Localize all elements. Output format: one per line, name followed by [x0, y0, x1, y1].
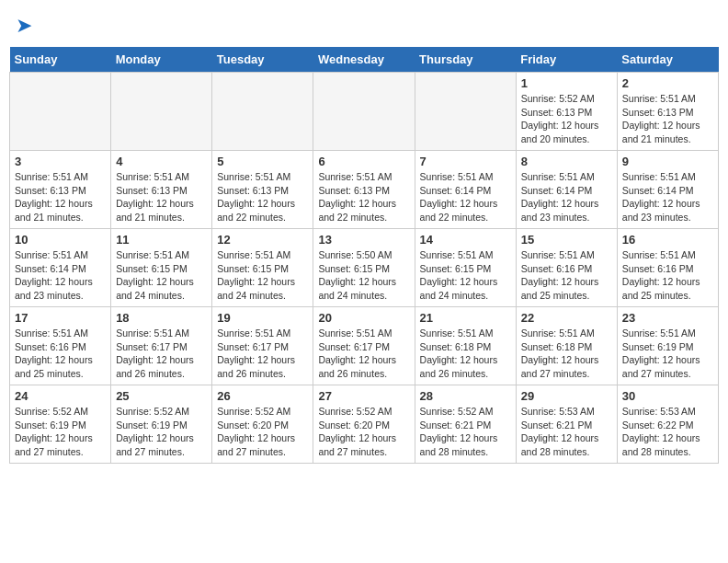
cell-info: Sunrise: 5:51 AM Sunset: 6:13 PM Dayligh…	[15, 170, 106, 224]
calendar-cell: 21Sunrise: 5:51 AM Sunset: 6:18 PM Dayli…	[415, 307, 516, 385]
cell-info: Sunrise: 5:53 AM Sunset: 6:21 PM Dayligh…	[521, 405, 612, 459]
calendar-cell: 9Sunrise: 5:51 AM Sunset: 6:14 PM Daylig…	[617, 151, 718, 229]
calendar-cell: 15Sunrise: 5:51 AM Sunset: 6:16 PM Dayli…	[516, 229, 617, 307]
cell-info: Sunrise: 5:51 AM Sunset: 6:13 PM Dayligh…	[622, 92, 713, 146]
cell-info: Sunrise: 5:51 AM Sunset: 6:15 PM Dayligh…	[217, 248, 308, 303]
day-number: 21	[420, 311, 511, 325]
day-number: 6	[318, 155, 409, 168]
calendar-cell: 3Sunrise: 5:51 AM Sunset: 6:13 PM Daylig…	[10, 151, 111, 229]
day-header-thursday: Thursday	[415, 47, 516, 73]
cell-info: Sunrise: 5:52 AM Sunset: 6:19 PM Dayligh…	[15, 405, 106, 459]
cell-info: Sunrise: 5:51 AM Sunset: 6:13 PM Dayligh…	[116, 170, 207, 224]
cell-info: Sunrise: 5:52 AM Sunset: 6:20 PM Dayligh…	[318, 405, 409, 459]
calendar-cell: 19Sunrise: 5:51 AM Sunset: 6:17 PM Dayli…	[212, 307, 313, 385]
day-number: 8	[521, 155, 612, 168]
calendar-cell: 18Sunrise: 5:51 AM Sunset: 6:17 PM Dayli…	[111, 307, 212, 385]
day-number: 25	[116, 389, 207, 403]
day-number: 29	[521, 389, 612, 403]
cell-info: Sunrise: 5:53 AM Sunset: 6:22 PM Dayligh…	[622, 405, 713, 459]
cell-info: Sunrise: 5:51 AM Sunset: 6:15 PM Dayligh…	[420, 248, 511, 303]
calendar-cell: 10Sunrise: 5:51 AM Sunset: 6:14 PM Dayli…	[10, 229, 111, 307]
day-number: 19	[217, 311, 308, 325]
day-number: 22	[521, 311, 612, 325]
cell-info: Sunrise: 5:51 AM Sunset: 6:14 PM Dayligh…	[622, 170, 713, 224]
calendar-cell: 13Sunrise: 5:50 AM Sunset: 6:15 PM Dayli…	[313, 229, 415, 307]
calendar-cell: 2Sunrise: 5:51 AM Sunset: 6:13 PM Daylig…	[617, 73, 718, 151]
day-number: 16	[622, 233, 713, 247]
day-number: 5	[217, 155, 308, 168]
calendar-table: SundayMondayTuesdayWednesdayThursdayFrid…	[9, 47, 719, 464]
day-header-monday: Monday	[111, 47, 212, 73]
cell-info: Sunrise: 5:51 AM Sunset: 6:14 PM Dayligh…	[15, 248, 106, 303]
cell-info: Sunrise: 5:51 AM Sunset: 6:15 PM Dayligh…	[116, 248, 207, 303]
day-header-sunday: Sunday	[10, 47, 111, 73]
cell-info: Sunrise: 5:51 AM Sunset: 6:13 PM Dayligh…	[318, 170, 409, 224]
cell-info: Sunrise: 5:50 AM Sunset: 6:15 PM Dayligh…	[318, 248, 409, 303]
calendar-cell: 6Sunrise: 5:51 AM Sunset: 6:13 PM Daylig…	[313, 151, 415, 229]
day-number: 2	[622, 76, 713, 90]
cell-info: Sunrise: 5:51 AM Sunset: 6:17 PM Dayligh…	[116, 327, 207, 381]
calendar-cell: 16Sunrise: 5:51 AM Sunset: 6:16 PM Dayli…	[617, 229, 718, 307]
day-number: 30	[622, 389, 713, 403]
calendar-cell: 5Sunrise: 5:51 AM Sunset: 6:13 PM Daylig…	[212, 151, 313, 229]
day-header-wednesday: Wednesday	[313, 47, 415, 73]
cell-info: Sunrise: 5:52 AM Sunset: 6:21 PM Dayligh…	[420, 405, 511, 459]
cell-info: Sunrise: 5:52 AM Sunset: 6:20 PM Dayligh…	[217, 405, 308, 459]
week-row-5: 24Sunrise: 5:52 AM Sunset: 6:19 PM Dayli…	[10, 385, 719, 464]
cell-info: Sunrise: 5:52 AM Sunset: 6:13 PM Dayligh…	[521, 92, 612, 146]
day-number: 14	[420, 233, 511, 247]
day-number: 24	[15, 389, 106, 403]
calendar-cell: 17Sunrise: 5:51 AM Sunset: 6:16 PM Dayli…	[10, 307, 111, 385]
cell-info: Sunrise: 5:51 AM Sunset: 6:16 PM Dayligh…	[521, 248, 612, 303]
day-header-tuesday: Tuesday	[212, 47, 313, 73]
week-row-1: 1Sunrise: 5:52 AM Sunset: 6:13 PM Daylig…	[10, 73, 719, 151]
day-number: 13	[318, 233, 409, 247]
calendar-cell: 1Sunrise: 5:52 AM Sunset: 6:13 PM Daylig…	[516, 73, 617, 151]
cell-info: Sunrise: 5:51 AM Sunset: 6:17 PM Dayligh…	[318, 327, 409, 381]
day-header-saturday: Saturday	[617, 47, 718, 73]
calendar-cell: 24Sunrise: 5:52 AM Sunset: 6:19 PM Dayli…	[10, 385, 111, 464]
day-number: 17	[15, 311, 106, 325]
calendar-cell: 30Sunrise: 5:53 AM Sunset: 6:22 PM Dayli…	[617, 385, 718, 464]
cell-info: Sunrise: 5:51 AM Sunset: 6:17 PM Dayligh…	[217, 327, 308, 381]
calendar-cell	[313, 73, 415, 151]
week-row-3: 10Sunrise: 5:51 AM Sunset: 6:14 PM Dayli…	[10, 229, 719, 307]
calendar-cell	[10, 73, 111, 151]
day-number: 20	[318, 311, 409, 325]
calendar-cell	[212, 73, 313, 151]
day-number: 10	[15, 233, 106, 247]
calendar-cell: 26Sunrise: 5:52 AM Sunset: 6:20 PM Dayli…	[212, 385, 313, 464]
page-header: ➤	[9, 9, 719, 38]
calendar-cell: 25Sunrise: 5:52 AM Sunset: 6:19 PM Dayli…	[111, 385, 212, 464]
cell-info: Sunrise: 5:51 AM Sunset: 6:14 PM Dayligh…	[521, 170, 612, 224]
calendar-cell: 23Sunrise: 5:51 AM Sunset: 6:19 PM Dayli…	[617, 307, 718, 385]
calendar-cell: 11Sunrise: 5:51 AM Sunset: 6:15 PM Dayli…	[111, 229, 212, 307]
day-number: 3	[15, 155, 106, 168]
cell-info: Sunrise: 5:51 AM Sunset: 6:19 PM Dayligh…	[622, 327, 713, 381]
cell-info: Sunrise: 5:52 AM Sunset: 6:19 PM Dayligh…	[116, 405, 207, 459]
calendar-cell: 22Sunrise: 5:51 AM Sunset: 6:18 PM Dayli…	[516, 307, 617, 385]
day-number: 15	[521, 233, 612, 247]
day-header-friday: Friday	[516, 47, 617, 73]
cell-info: Sunrise: 5:51 AM Sunset: 6:16 PM Dayligh…	[622, 248, 713, 303]
calendar-cell: 8Sunrise: 5:51 AM Sunset: 6:14 PM Daylig…	[516, 151, 617, 229]
day-number: 7	[420, 155, 511, 168]
day-number: 27	[318, 389, 409, 403]
day-number: 12	[217, 233, 308, 247]
calendar-cell: 7Sunrise: 5:51 AM Sunset: 6:14 PM Daylig…	[415, 151, 516, 229]
cell-info: Sunrise: 5:51 AM Sunset: 6:18 PM Dayligh…	[420, 327, 511, 381]
cell-info: Sunrise: 5:51 AM Sunset: 6:13 PM Dayligh…	[217, 170, 308, 224]
day-number: 11	[116, 233, 207, 247]
calendar-cell: 29Sunrise: 5:53 AM Sunset: 6:21 PM Dayli…	[516, 385, 617, 464]
day-number: 28	[420, 389, 511, 403]
day-number: 18	[116, 311, 207, 325]
calendar-cell: 27Sunrise: 5:52 AM Sunset: 6:20 PM Dayli…	[313, 385, 415, 464]
calendar-cell: 14Sunrise: 5:51 AM Sunset: 6:15 PM Dayli…	[415, 229, 516, 307]
week-row-4: 17Sunrise: 5:51 AM Sunset: 6:16 PM Dayli…	[10, 307, 719, 385]
logo: ➤	[14, 14, 32, 38]
calendar-cell	[111, 73, 212, 151]
calendar-cell: 20Sunrise: 5:51 AM Sunset: 6:17 PM Dayli…	[313, 307, 415, 385]
calendar-cell: 28Sunrise: 5:52 AM Sunset: 6:21 PM Dayli…	[415, 385, 516, 464]
day-number: 26	[217, 389, 308, 403]
logo-bird-icon: ➤	[16, 14, 32, 38]
